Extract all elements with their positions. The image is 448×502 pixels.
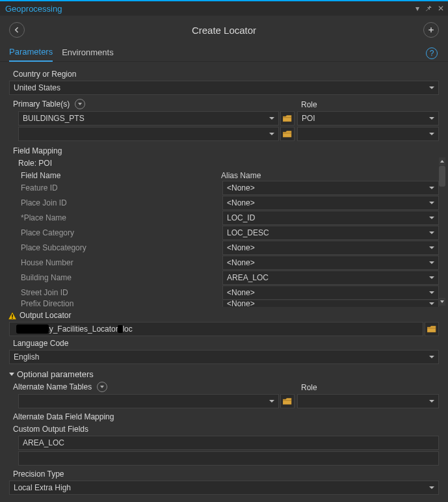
chevron-down-icon — [429, 133, 434, 135]
label-role: Role — [297, 99, 439, 111]
primary-tables-expand-icon[interactable] — [75, 99, 85, 109]
chevron-down-icon — [429, 117, 434, 120]
parameters-pane: Country or Region United States Primary … — [0, 62, 448, 502]
field-mapping-row: Place Subcategory<None> — [14, 241, 439, 255]
field-mapping-label: *Place Name — [14, 213, 221, 222]
field-mapping-label: Feature ID — [14, 183, 221, 192]
field-mapping-alias-value: LOC_DESC — [227, 228, 269, 237]
scroll-thumb[interactable] — [439, 166, 445, 187]
label-alt-mapping: Alternate Data Field Mapping — [9, 411, 439, 423]
country-dropdown[interactable]: United States — [9, 81, 439, 95]
field-mapping-alias-dropdown[interactable]: <None> — [222, 241, 439, 255]
svg-rect-1 — [12, 317, 12, 318]
alt-table-1-browse[interactable] — [280, 394, 295, 408]
field-mapping-alias-dropdown[interactable]: <None> — [222, 181, 439, 195]
chevron-down-icon — [429, 302, 434, 305]
warning-icon — [8, 311, 17, 321]
field-mapping-alias-value: <None> — [227, 288, 255, 297]
output-locator-browse[interactable] — [425, 322, 439, 336]
chevron-down-icon — [269, 133, 274, 135]
alt-tables-expand-icon[interactable] — [97, 382, 107, 392]
primary-table-2-dropdown[interactable] — [18, 127, 279, 141]
chevron-down-icon — [429, 217, 434, 219]
tab-bar: Parameters Environments ? — [0, 42, 448, 62]
field-mapping-alias-dropdown[interactable]: LOC_DESC — [222, 226, 439, 240]
chevron-down-icon — [269, 400, 274, 403]
chevron-down-icon — [429, 187, 434, 189]
label-primary-tables-text: Primary Table(s) — [13, 99, 70, 109]
field-mapping-label: Street Join ID — [14, 288, 221, 297]
field-mapping-alias-dropdown[interactable]: <None> — [222, 196, 439, 210]
language-dropdown[interactable]: English — [9, 350, 439, 364]
close-icon[interactable]: ✕ — [438, 5, 444, 12]
field-mapping-row: Street Join ID<None> — [14, 285, 439, 300]
field-mapping-row: Building NameAREA_LOC — [14, 271, 439, 285]
tab-parameters[interactable]: Parameters — [9, 44, 53, 62]
role-1-dropdown[interactable]: POI — [297, 111, 439, 126]
field-mapping-alias-value: <None> — [227, 198, 255, 207]
field-mapping-row: Place Join ID<None> — [14, 196, 439, 210]
tab-environments[interactable]: Environments — [62, 45, 113, 61]
field-mapping-label: Prefix Direction — [14, 300, 221, 307]
output-locator-input[interactable]: _City_Facilities_Locator loc — [9, 322, 423, 336]
label-role-poi: Role: POI — [14, 157, 439, 170]
label-country: Country or Region — [9, 68, 439, 81]
custom-field-1-input[interactable]: AREA_LOC — [18, 436, 439, 450]
output-locator-value: _City_Facilities_Locator loc — [14, 324, 133, 334]
field-mapping-area: Role: POI Field Name Alias Name Feature … — [9, 157, 439, 307]
primary-table-2-browse[interactable] — [280, 127, 295, 141]
country-value: United States — [14, 83, 60, 92]
help-icon[interactable]: ? — [426, 47, 438, 59]
label-field-mapping: Field Mapping — [9, 145, 439, 157]
language-value: English — [14, 352, 39, 362]
field-mapping-alias-dropdown[interactable]: <None> — [222, 256, 439, 270]
back-button[interactable] — [9, 22, 25, 38]
field-mapping-alias-value: <None> — [227, 183, 255, 192]
primary-table-1-dropdown[interactable]: BUILDINGS_PTS — [18, 111, 279, 126]
window-controls: ▾ 📌︎ ✕ — [415, 5, 444, 12]
label-alt-tables: Alternate Name Tables — [9, 380, 295, 394]
alt-table-1-dropdown[interactable] — [18, 394, 279, 408]
scroll-up-icon[interactable] — [439, 157, 445, 165]
chevron-down-icon — [429, 261, 434, 264]
field-mapping-label: Place Subcategory — [14, 243, 221, 252]
mapping-scrollbar[interactable] — [439, 157, 445, 306]
field-mapping-alias-dropdown[interactable]: <None> — [222, 300, 439, 307]
tool-title: Create Locator — [192, 25, 256, 36]
label-precision: Precision Type — [9, 468, 439, 481]
chevron-down-icon — [429, 276, 434, 279]
primary-table-1-value: BUILDINGS_PTS — [23, 114, 85, 123]
field-mapping-alias-dropdown[interactable]: <None> — [222, 285, 439, 300]
precision-value: Local Extra High — [14, 483, 71, 492]
alt-role-1-dropdown[interactable] — [297, 394, 439, 408]
primary-table-1-browse[interactable] — [280, 111, 295, 126]
field-mapping-alias-dropdown[interactable]: LOC_ID — [222, 211, 439, 225]
label-output-locator: Output Locator — [20, 310, 71, 322]
field-mapping-label: Building Name — [14, 273, 221, 282]
chevron-down-icon — [269, 117, 274, 120]
add-button[interactable] — [423, 22, 439, 38]
precision-dropdown[interactable]: Local Extra High — [9, 481, 439, 495]
field-mapping-alias-dropdown[interactable]: AREA_LOC — [222, 271, 439, 285]
label-language: Language Code — [9, 337, 439, 350]
field-mapping-alias-value: <None> — [227, 258, 255, 267]
chevron-down-icon — [429, 291, 434, 294]
custom-field-2-input[interactable] — [18, 451, 439, 466]
field-mapping-row: House Number<None> — [14, 256, 439, 270]
chevron-down-icon — [429, 202, 434, 204]
field-mapping-alias-value: LOC_ID — [227, 213, 255, 222]
field-mapping-alias-value: <None> — [227, 300, 255, 307]
header-field-name: Field Name — [14, 171, 221, 180]
panel-titlebar: Geoprocessing ▾ 📌︎ ✕ — [0, 1, 448, 16]
pin-icon[interactable]: 📌︎ — [425, 5, 432, 12]
tool-header: Create Locator — [0, 16, 448, 42]
dropdown-icon[interactable]: ▾ — [415, 5, 419, 12]
label-alt-tables-text: Alternate Name Tables — [13, 382, 92, 391]
chevron-down-icon — [429, 486, 434, 489]
scroll-down-icon[interactable] — [439, 298, 445, 306]
role-2-dropdown[interactable] — [297, 127, 439, 141]
chevron-down-icon — [429, 356, 434, 358]
section-optional[interactable]: Optional parameters — [9, 369, 439, 379]
header-alias-name: Alias Name — [221, 171, 439, 180]
field-mapping-row: Place CategoryLOC_DESC — [14, 226, 439, 240]
